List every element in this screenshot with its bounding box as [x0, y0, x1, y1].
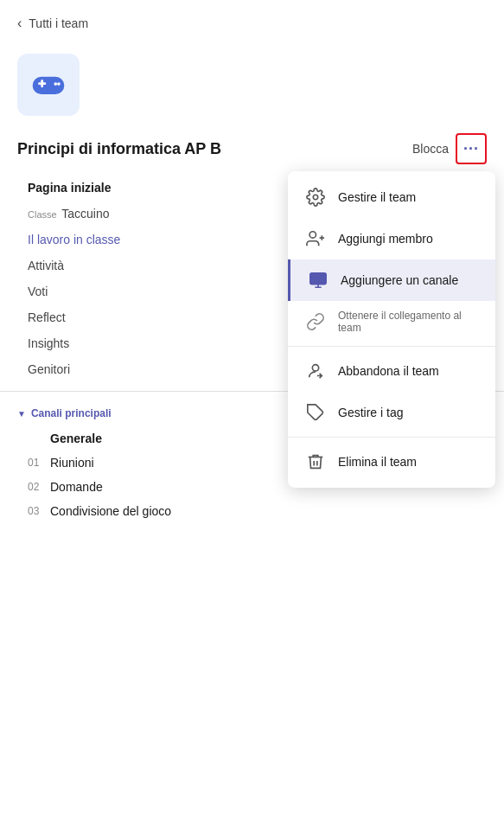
back-label: Tutti i team — [29, 16, 88, 30]
svg-point-12 — [312, 365, 318, 371]
svg-point-5 — [313, 195, 318, 200]
person-add-icon — [303, 227, 328, 251]
link-icon — [303, 310, 328, 334]
dropdown-item-collegamento[interactable]: Ottenere il collegamento al team — [288, 301, 495, 342]
gamepad-icon — [29, 66, 67, 104]
dropdown-label-elimina: Elimina il team — [338, 455, 417, 469]
dropdown-item-aggiungi-membro[interactable]: Aggiungi membro — [288, 218, 495, 259]
team-title: Principi di informatica AP B — [17, 140, 221, 158]
more-options-button[interactable]: ··· — [456, 133, 487, 164]
dropdown-item-aggiungi-canale[interactable]: Aggiungere un canale — [288, 259, 495, 301]
dropdown-label-gestire-team: Gestire il team — [338, 190, 416, 204]
channel-num-01: 01 — [28, 457, 43, 469]
chevron-down-icon: ▼ — [17, 409, 26, 419]
gear-icon — [303, 185, 328, 209]
channel-label-condivisione: Condivisione del gioco — [50, 504, 171, 518]
channel-num-03: 03 — [28, 505, 43, 517]
dropdown-divider-1 — [288, 346, 495, 347]
dropdown-label-aggiungi-membro: Aggiungi membro — [338, 232, 433, 246]
svg-point-3 — [54, 82, 57, 86]
team-header: Principi di informatica AP B Blocca ··· — [0, 126, 504, 168]
trash-icon — [303, 450, 328, 474]
svg-rect-0 — [33, 77, 65, 94]
channel-label-riunioni: Riunioni — [50, 456, 94, 470]
back-button[interactable]: ‹ Tutti i team — [0, 0, 504, 40]
back-arrow-icon: ‹ — [17, 16, 22, 31]
dropdown-item-gestire-tag[interactable]: Gestire i tag — [288, 392, 495, 433]
team-icon-container — [0, 40, 504, 126]
dropdown-item-abbandona[interactable]: Abbandona il team — [288, 350, 495, 392]
dropdown-label-collegamento: Ottenere il collegamento al team — [338, 310, 480, 334]
dropdown-label-abbandona: Abbandona il team — [338, 364, 439, 378]
dropdown-menu: Gestire il team Aggiungi membro Aggiunge… — [288, 171, 495, 488]
svg-rect-2 — [41, 80, 43, 87]
blocca-label: Blocca — [412, 142, 449, 156]
sub-label-classe: Classe — [28, 209, 57, 220]
tag-icon — [303, 400, 328, 425]
channel-item-condivisione[interactable]: 03 Condivisione del gioco — [0, 499, 504, 523]
leave-icon — [303, 359, 328, 383]
channel-num-02: 02 — [28, 481, 43, 493]
header-right: Blocca ··· — [412, 133, 487, 164]
svg-point-4 — [57, 82, 61, 86]
dropdown-label-aggiungi-canale: Aggiungere un canale — [341, 273, 458, 287]
dropdown-divider-2 — [288, 437, 495, 438]
ellipsis-icon: ··· — [463, 140, 479, 158]
svg-point-6 — [309, 232, 316, 238]
team-icon — [17, 54, 80, 116]
channels-section-label: Canali principali — [31, 407, 112, 419]
channel-label-domande: Domande — [50, 480, 103, 494]
channel-add-icon — [306, 268, 330, 292]
dropdown-item-gestire-team[interactable]: Gestire il team — [288, 176, 495, 218]
dropdown-label-gestire-tag: Gestire i tag — [338, 406, 403, 419]
channel-label-generale: Generale — [50, 432, 102, 445]
dropdown-item-elimina[interactable]: Elimina il team — [288, 441, 495, 483]
